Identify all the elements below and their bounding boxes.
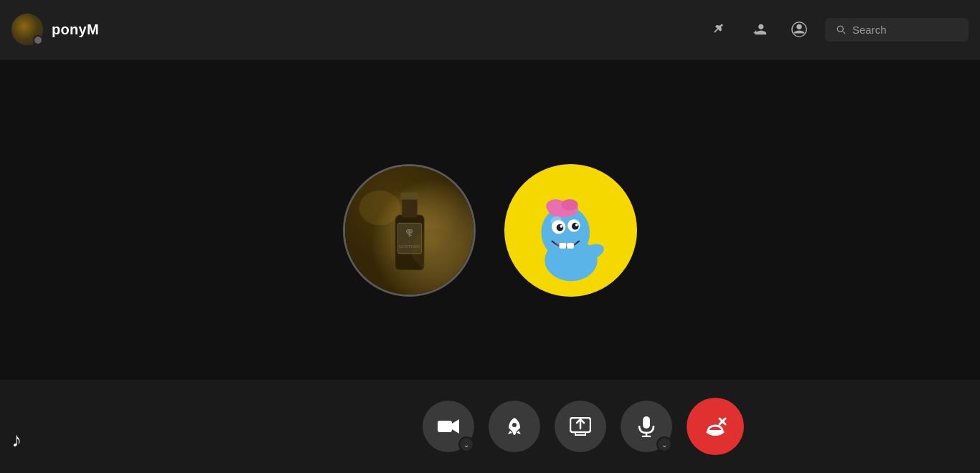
header-bar: ponyM Search (0, 0, 980, 59)
mic-icon (637, 416, 656, 437)
video-chevron[interactable]: ⌄ (458, 436, 474, 452)
svg-rect-28 (438, 421, 452, 432)
user-avatar-2 (504, 164, 637, 297)
svg-rect-5 (402, 197, 417, 218)
header-right: Search (705, 15, 969, 44)
whiskey-bg: 雫 SUNTORY (345, 166, 473, 295)
svg-marker-29 (452, 419, 459, 434)
chevron-down-icon: ⌄ (463, 441, 469, 449)
svg-point-0 (796, 24, 801, 29)
channel-avatar[interactable] (11, 14, 43, 45)
mic-chevron[interactable]: ⌄ (656, 436, 672, 452)
rocket-button[interactable] (489, 401, 540, 452)
search-box[interactable]: Search (825, 18, 969, 42)
add-user-button[interactable] (745, 15, 773, 44)
chevron-down-icon-2: ⌄ (661, 441, 667, 449)
call-area: 雫 SUNTORY (0, 59, 980, 473)
avatar-1-circle: 雫 SUNTORY (343, 164, 476, 297)
avatars-container: 雫 SUNTORY (343, 164, 637, 297)
avatar-2-circle (504, 164, 637, 297)
profile-button[interactable] (785, 15, 814, 44)
svg-rect-6 (400, 193, 418, 200)
rocket-icon (504, 416, 524, 436)
video-icon (438, 418, 459, 435)
add-user-icon (751, 22, 767, 37)
screen-share-button[interactable] (555, 401, 606, 452)
svg-point-20 (556, 224, 563, 231)
svg-point-10 (359, 191, 400, 225)
pin-icon (711, 22, 727, 37)
search-icon (835, 24, 847, 35)
profile-icon (791, 22, 807, 37)
header-left: ponyM (11, 14, 705, 45)
svg-point-30 (512, 423, 517, 427)
pin-button[interactable] (705, 15, 733, 44)
controls-bar: ♪ ⌄ (0, 380, 980, 473)
svg-rect-25 (567, 242, 574, 248)
svg-point-23 (575, 223, 578, 226)
music-note-icon: ♪ (11, 429, 22, 451)
music-note-area: ♪ (11, 429, 22, 452)
end-call-icon (704, 416, 727, 437)
whiskey-scene-svg: 雫 SUNTORY (345, 164, 473, 297)
status-dot (34, 37, 42, 44)
svg-point-21 (571, 222, 578, 229)
svg-point-11 (411, 229, 460, 270)
cartoon-character-svg (521, 177, 621, 285)
channel-name: ponyM (52, 22, 99, 38)
svg-text:雫: 雫 (405, 229, 413, 237)
user-avatar-1: 雫 SUNTORY (343, 164, 476, 297)
svg-rect-33 (643, 416, 650, 429)
svg-rect-24 (559, 242, 566, 248)
video-button[interactable]: ⌄ (423, 401, 474, 452)
end-call-button[interactable] (687, 398, 744, 455)
mic-button[interactable]: ⌄ (621, 401, 672, 452)
search-placeholder: Search (852, 24, 887, 36)
svg-point-22 (560, 224, 562, 227)
svg-point-17 (561, 199, 578, 209)
screen-share-icon (570, 417, 591, 436)
avatar-status (33, 35, 43, 45)
